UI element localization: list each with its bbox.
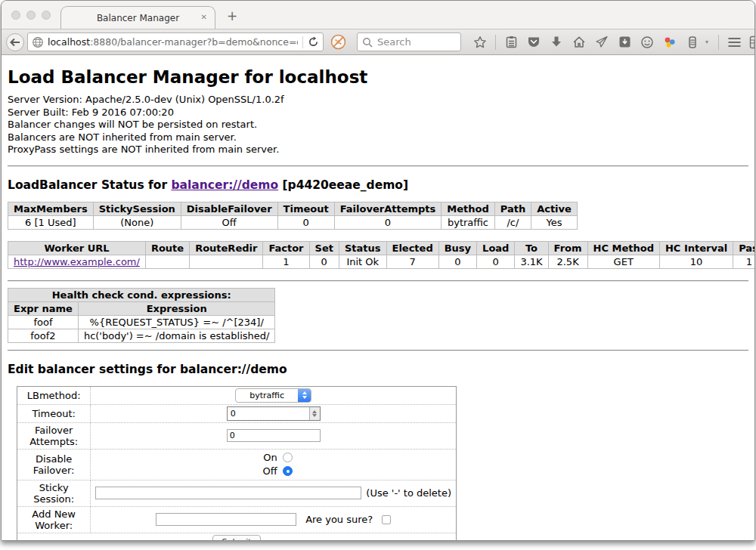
tile-grid-icon[interactable] <box>747 32 755 52</box>
col-expr-name: Expr name <box>8 301 79 315</box>
toolbar-buttons: ▾ <box>470 32 755 52</box>
timeout-label: Timeout: <box>17 404 91 422</box>
back-arrow-icon <box>10 38 20 47</box>
col-disablefailover: DisableFailover <box>181 202 277 215</box>
lbmethod-selected-value: bytraffic <box>236 389 298 402</box>
val-route <box>145 255 189 268</box>
sticky-session-row: Sticky Session: (Use '-' to delete) <box>17 480 457 506</box>
sticky-session-input[interactable] <box>95 487 361 499</box>
col-maxmembers: MaxMembers <box>8 202 94 215</box>
tab-close-icon[interactable]: ✕ <box>201 13 207 21</box>
url-bar[interactable]: localhost:8880/balancer-manager?b=demo&n… <box>27 32 324 51</box>
tab-bar: Balancer Manager ✕ + <box>2 1 754 29</box>
val-disablefailover: Off <box>181 215 277 229</box>
color-dots-extension-icon[interactable] <box>660 32 680 52</box>
balancer-value-row: 6 [1 Used] (None) Off 0 0 bytraffic /c/ … <box>8 215 578 229</box>
val-set: 0 <box>309 255 339 268</box>
send-page-icon[interactable] <box>592 32 612 52</box>
url-text: localhost:8880/balancer-manager?b=demo&n… <box>48 36 298 48</box>
col-busy: Busy <box>438 241 476 255</box>
are-you-sure-checkbox[interactable] <box>382 515 391 524</box>
pocket-icon[interactable] <box>524 32 544 52</box>
zoom-window-button[interactable] <box>42 11 51 20</box>
col-failoverattempts: FailoverAttempts <box>334 202 442 215</box>
minimize-window-button[interactable] <box>26 11 36 20</box>
loadbalancer-status-heading: LoadBalancer Status for balancer://demo … <box>8 178 748 192</box>
inherit-note-line: Balancers are NOT inherited from main se… <box>8 131 748 144</box>
expr-value-foof: %{REQUEST_STATUS} =~ /^[234]/ <box>78 315 275 329</box>
url-divider <box>302 36 303 48</box>
back-button[interactable] <box>6 33 24 51</box>
forget-smiley-icon[interactable] <box>637 32 657 52</box>
val-hc-method: GET <box>587 255 659 268</box>
disable-failover-off-radio[interactable] <box>283 466 293 476</box>
home-icon[interactable] <box>569 32 589 52</box>
page-title: Load Balancer Manager for localhost <box>8 67 748 87</box>
sticky-session-hint: (Use '-' to delete) <box>366 487 451 499</box>
timeout-row: Timeout: 0 <box>17 404 457 422</box>
content-blocked-icon[interactable] <box>328 32 348 52</box>
worker-url-link[interactable]: http://www.example.com/ <box>14 256 140 267</box>
lbmethod-label: LBmethod: <box>17 386 91 404</box>
downloads-icon[interactable] <box>547 32 566 52</box>
url-path: :8880/balancer-manager?b=demo&nonce=decc… <box>90 36 298 48</box>
overflow-caret-icon[interactable]: ▾ <box>705 39 713 45</box>
val-maxmembers: 6 [1 Used] <box>8 215 94 229</box>
select-arrows-icon <box>298 389 311 402</box>
col-method: Method <box>442 202 494 215</box>
timeout-input[interactable]: 0 <box>227 406 321 421</box>
disable-failover-on-radio[interactable] <box>283 453 293 462</box>
tab-balancer-manager[interactable]: Balancer Manager ✕ <box>60 6 215 29</box>
reading-list-icon[interactable] <box>501 32 521 52</box>
col-active: Active <box>531 202 578 215</box>
val-passes: 1 (0) <box>733 255 754 268</box>
disable-failover-row: Disable Failover: On Off <box>17 449 457 480</box>
col-expression: Expression <box>78 301 275 315</box>
val-method: bytraffic <box>442 215 494 229</box>
menu-hamburger-icon[interactable] <box>724 32 744 52</box>
col-route: Route <box>145 241 189 255</box>
reload-icon[interactable] <box>308 36 319 48</box>
col-load: Load <box>477 241 515 255</box>
status-heading-suffix: [p4420eeae_demo] <box>278 178 408 192</box>
val-load: 0 <box>477 255 515 268</box>
lbmethod-select[interactable]: bytraffic <box>235 388 311 403</box>
test-pilot-icon[interactable] <box>683 32 702 52</box>
balancer-demo-link[interactable]: balancer://demo <box>171 178 278 192</box>
section-divider-1 <box>8 165 748 167</box>
col-factor: Factor <box>263 241 309 255</box>
status-heading-prefix: LoadBalancer Status for <box>8 178 171 192</box>
search-bar[interactable]: Search <box>357 32 461 51</box>
panel-download-icon[interactable] <box>615 32 634 52</box>
val-factor: 1 <box>263 255 309 268</box>
col-worker-url: Worker URL <box>8 241 146 255</box>
val-routeredir <box>190 255 263 268</box>
tab-title: Balancer Manager <box>97 13 179 23</box>
url-domain: localhost <box>48 36 90 48</box>
page-content: Load Balancer Manager for localhost Serv… <box>2 56 754 540</box>
expr-name-foof2: foof2 <box>8 329 79 342</box>
persist-note-line: Balancer changes will NOT be persisted o… <box>8 119 748 131</box>
submit-button[interactable]: Submit <box>212 535 260 540</box>
number-spinner-icon[interactable] <box>309 407 320 420</box>
col-timeout: Timeout <box>277 202 334 215</box>
health-check-header-row: Expr name Expression <box>8 301 275 315</box>
val-path: /c/ <box>494 215 531 229</box>
close-window-button[interactable] <box>11 11 20 20</box>
expr-name-foof: foof <box>8 315 79 329</box>
new-tab-button[interactable]: + <box>227 8 237 23</box>
sticky-session-label: Sticky Session: <box>17 480 91 506</box>
worker-table: Worker URL Route RouteRedir Factor Set S… <box>8 241 754 269</box>
failover-attempts-input[interactable] <box>227 429 321 442</box>
edit-balancer-heading: Edit balancer settings for balancer://de… <box>8 363 748 376</box>
health-check-row-foof: foof %{REQUEST_STATUS} =~ /^[234]/ <box>8 315 275 329</box>
col-hc-interval: HC Interval <box>659 241 733 255</box>
worker-value-row: http://www.example.com/ 1 0 Init Ok 7 0 … <box>8 255 755 268</box>
add-worker-input[interactable] <box>156 513 296 526</box>
col-from: From <box>548 241 587 255</box>
bookmark-star-icon[interactable] <box>470 32 490 52</box>
section-divider-3 <box>8 350 748 351</box>
col-path: Path <box>494 202 531 215</box>
failover-attempts-label: Failover Attempts: <box>17 422 91 449</box>
val-elected: 7 <box>386 255 438 268</box>
